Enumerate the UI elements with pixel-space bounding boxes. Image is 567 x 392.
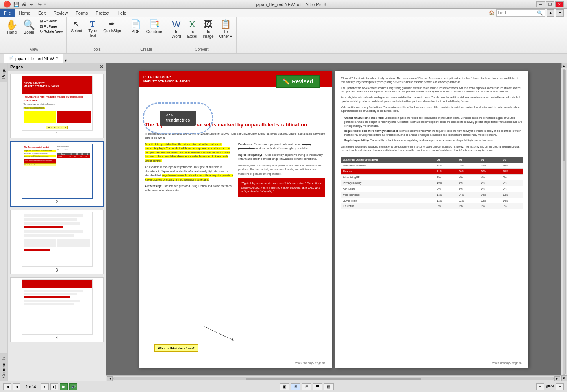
page-thumbnail-2[interactable]: The Japanese retail market... Despite th… xyxy=(10,141,104,207)
play-button[interactable]: ▶ xyxy=(60,383,68,390)
page-thumbnail-1[interactable]: RETAIL INDUSTRYMARKET DYNAMICS IN JAPAN … xyxy=(10,74,104,138)
menu-protect[interactable]: Protect xyxy=(92,9,113,17)
freshness-text: Freshness: Products are prepared daily a… xyxy=(238,142,325,151)
first-page-button[interactable]: |◂ xyxy=(3,383,11,390)
zoom-in-button[interactable]: + xyxy=(556,383,564,390)
scroll-track[interactable] xyxy=(113,377,554,380)
type-text-button[interactable]: T TypeText xyxy=(85,19,100,39)
find-next-button[interactable]: ▼ xyxy=(556,9,564,17)
to-word-button[interactable]: W ToWord xyxy=(169,19,183,40)
view-mode-5[interactable]: ▤ xyxy=(324,383,334,390)
view-mode-1[interactable]: ▣ xyxy=(280,383,289,390)
bullet-1: Greater retail/volume sales ratio: Local… xyxy=(341,116,523,128)
hand-tool-button[interactable]: ✋ Hand xyxy=(4,19,20,36)
thumb-label-1: 1 xyxy=(56,132,58,136)
select-tool-button[interactable]: ↖ Select xyxy=(69,19,84,35)
zoom-tool-button[interactable]: 🔍 Zoom xyxy=(21,19,37,36)
restore-button[interactable]: ❐ xyxy=(546,1,554,7)
zoom-out-button[interactable]: − xyxy=(536,383,544,390)
combine-button[interactable]: 📑 Combine xyxy=(145,19,164,35)
tab-dropdown-icon[interactable]: ▾ xyxy=(65,58,67,63)
prev-page-button[interactable]: ◂ xyxy=(13,383,20,390)
select-label: Select xyxy=(71,29,82,33)
tab-close-button[interactable]: ✕ xyxy=(56,56,59,61)
menu-review[interactable]: Review xyxy=(50,9,72,17)
table-section: Quarter-by-Quarter Breakdown Q3 Q4 Q1 Q2… xyxy=(341,157,523,209)
quicksign-button[interactable]: ✒ QuickSign xyxy=(101,19,123,35)
strikethrough-text: However, fruit of extremely high quality… xyxy=(238,164,325,176)
fit-page-icon: ⊡ xyxy=(40,24,43,28)
minimize-button[interactable]: ─ xyxy=(536,1,545,7)
pages-panel: Pages ✕ RETAIL INDUSTRYMARKET DYNAMICS I… xyxy=(8,63,106,381)
page-thumbnail-3[interactable]: 3 xyxy=(10,210,104,274)
close-button[interactable]: ✕ xyxy=(555,1,564,7)
view-mode-3[interactable]: ⊟ xyxy=(302,383,311,390)
to-excel-button[interactable]: X ToExcel xyxy=(185,19,199,40)
next-page-button[interactable]: ▸ xyxy=(41,383,49,390)
menu-file[interactable]: File xyxy=(0,9,15,17)
zoom-level: 65% xyxy=(546,385,554,389)
print-button[interactable]: 🖨 xyxy=(20,1,28,8)
vscroll-thumb[interactable] xyxy=(563,70,565,161)
scroll-up-button[interactable]: ▴ xyxy=(561,63,567,68)
to-other-button[interactable]: 📋 ToOther ▾ xyxy=(217,19,234,40)
combine-label: Combine xyxy=(146,30,162,34)
tools-group-items: ↖ Select T TypeText ✒ QuickSign xyxy=(69,19,123,46)
fit-width-button[interactable]: ⊞ Fit Width xyxy=(39,19,64,24)
pages-tab[interactable]: Pages xyxy=(0,63,7,82)
to-image-button[interactable]: 🖼 ToImage xyxy=(201,19,216,40)
table-body: Telecommunications 14% 15% 15% 10% Finan… xyxy=(341,163,523,209)
view-mode-2[interactable]: ⊞ xyxy=(291,383,300,390)
scroll-left-button[interactable]: ◂ xyxy=(107,376,113,381)
scroll-thumb[interactable] xyxy=(246,378,421,380)
thumb-label-4: 4 xyxy=(56,336,58,340)
ribbon-group-create: 📄 PDF 📑 Combine Create xyxy=(126,17,167,53)
view-options-group: ⊞ Fit Width ⊡ Fit Page ↻ Rotate View xyxy=(39,19,64,34)
last-page-button[interactable]: ▸| xyxy=(50,383,58,390)
row-q1: 12% xyxy=(479,198,501,203)
other-icon: 📋 xyxy=(220,20,231,29)
fit-page-button[interactable]: ⊡ Fit Page xyxy=(39,24,64,29)
menu-forms[interactable]: Forms xyxy=(72,9,92,17)
find-prev-button[interactable]: ▲ xyxy=(547,9,554,17)
menu-home[interactable]: Home xyxy=(15,9,34,17)
undo-button[interactable]: ↩ xyxy=(28,1,35,8)
rotate-view-button[interactable]: ↻ Rotate View xyxy=(39,29,64,34)
page-thumbnail-4[interactable]: 4 xyxy=(10,277,104,342)
row-q3: 9% xyxy=(435,186,457,192)
row-q2: 30% xyxy=(501,168,523,174)
column-right: Freshness: Products are prepared daily a… xyxy=(238,142,325,197)
pdf-label: PDF xyxy=(132,30,139,34)
save-button[interactable]: 💾 xyxy=(13,1,20,8)
window-controls: ─ ❐ ✕ xyxy=(536,1,564,7)
current-page: 2 xyxy=(25,385,28,389)
view-mode-4[interactable]: ☰ xyxy=(313,383,322,390)
create-group-items: 📄 PDF 📑 Combine xyxy=(128,19,164,46)
row-q4: 15% xyxy=(457,163,479,168)
comments-tab[interactable]: Comments xyxy=(0,353,7,381)
menu-edit[interactable]: Edit xyxy=(34,9,50,17)
pages-title: Pages xyxy=(10,65,23,69)
find-box[interactable]: Find 🔍 xyxy=(496,9,545,17)
menu-help[interactable]: Help xyxy=(113,9,130,17)
row-q2: 10% xyxy=(501,163,523,168)
scroll-right-button[interactable]: ▸ xyxy=(554,376,560,381)
row-q1: 3% xyxy=(479,203,501,209)
to-word-label: ToWord xyxy=(172,30,181,39)
vscroll-track[interactable] xyxy=(563,69,566,375)
view-group-label: View xyxy=(30,47,38,52)
find-input[interactable] xyxy=(506,11,537,15)
audio-button[interactable]: 🔊 xyxy=(69,383,77,390)
window-title: japan_file_red NEW.pdf - Nitro Pro 8 xyxy=(46,2,536,7)
document-tab[interactable]: 📄 japan_file_red NEW ✕ xyxy=(4,54,63,63)
view-group-items: ✋ Hand 🔍 Zoom ⊞ Fit Width ⊡ Fit Page ↻ R… xyxy=(4,19,64,46)
row-q4: 12% xyxy=(457,198,479,203)
find-search-icon[interactable]: 🔍 xyxy=(537,10,543,16)
vertical-scrollbar[interactable]: ▴ ▾ xyxy=(561,63,567,381)
horizontal-scrollbar[interactable]: ◂ ▸ xyxy=(106,375,561,381)
pdf-page-container[interactable]: ^^^trendmetrics ✏️ Revised RETAIL INDUST… xyxy=(106,63,561,375)
pdf-button[interactable]: 📄 PDF xyxy=(128,19,143,35)
pages-close-button[interactable]: ✕ xyxy=(100,64,104,70)
redo-button[interactable]: ↪ xyxy=(36,1,43,8)
scroll-down-button[interactable]: ▾ xyxy=(561,375,567,381)
